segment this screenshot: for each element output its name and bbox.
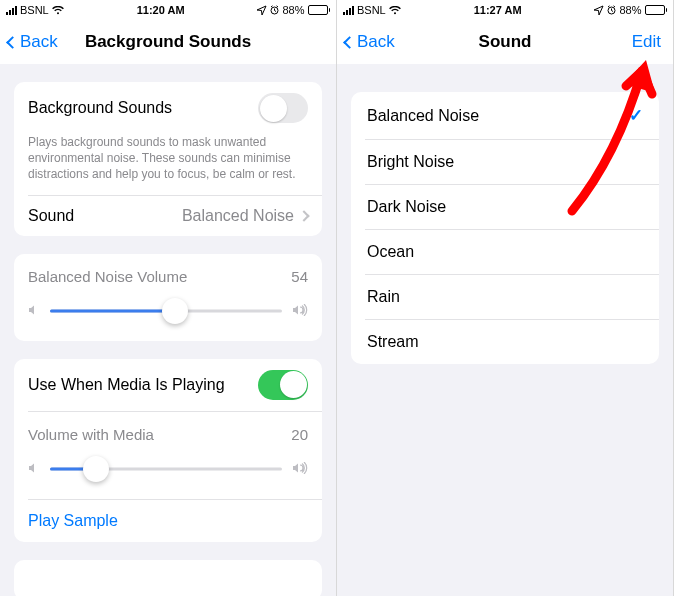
sound-name: Stream — [367, 333, 419, 351]
media-group: Use When Media Is Playing Volume with Me… — [14, 359, 322, 542]
chevron-right-icon — [298, 210, 309, 221]
speaker-high-icon — [292, 461, 308, 477]
sound-option-ocean[interactable]: Ocean — [351, 230, 659, 274]
sound-value: Balanced Noise — [182, 207, 294, 225]
volume-slider[interactable] — [50, 297, 282, 325]
sound-name: Rain — [367, 288, 400, 306]
clock: 11:27 AM — [401, 4, 595, 16]
chevron-left-icon — [343, 36, 356, 49]
media-volume-label: Volume with Media — [28, 426, 154, 443]
battery-pct: 88% — [619, 4, 641, 16]
media-volume-slider[interactable] — [50, 455, 282, 483]
bg-sounds-description: Plays background sounds to mask unwanted… — [14, 134, 322, 195]
volume-fill — [50, 309, 175, 312]
battery-icon — [645, 5, 668, 15]
left-screen: BSNL 11:20 AM 88% Back Background Sounds… — [0, 0, 337, 596]
location-icon — [257, 5, 267, 15]
speaker-high-icon — [292, 303, 308, 319]
background-sounds-group: Background Sounds Plays background sound… — [14, 82, 322, 236]
signal-icon — [6, 6, 17, 15]
next-group — [14, 560, 322, 596]
volume-thumb — [162, 298, 188, 324]
sound-name: Ocean — [367, 243, 414, 261]
nav-bar: Back Background Sounds — [0, 20, 336, 64]
alarm-icon — [607, 5, 616, 15]
media-toggle[interactable] — [258, 370, 308, 400]
wifi-icon — [52, 6, 64, 15]
sound-name: Dark Noise — [367, 198, 446, 216]
bg-sounds-toggle[interactable] — [258, 93, 308, 123]
nav-bar: Back Sound Edit — [337, 20, 673, 64]
play-sample-button[interactable]: Play Sample — [14, 500, 322, 542]
sound-option-bright-noise[interactable]: Bright Noise — [351, 140, 659, 184]
back-label: Back — [20, 32, 58, 52]
status-bar: BSNL 11:20 AM 88% — [0, 0, 336, 20]
sound-option-stream[interactable]: Stream — [351, 320, 659, 364]
checkmark-icon: ✓ — [629, 105, 643, 126]
speaker-low-icon — [28, 303, 40, 319]
bg-sounds-toggle-row: Background Sounds — [14, 82, 322, 134]
sound-option-balanced-noise[interactable]: Balanced Noise ✓ — [351, 92, 659, 139]
battery-pct: 88% — [282, 4, 304, 16]
bg-sounds-label: Background Sounds — [28, 99, 172, 117]
signal-icon — [343, 6, 354, 15]
back-button[interactable]: Back — [8, 32, 58, 52]
carrier-label: BSNL — [357, 4, 386, 16]
sound-option-rain[interactable]: Rain — [351, 275, 659, 319]
battery-icon — [308, 5, 331, 15]
back-label: Back — [357, 32, 395, 52]
volume-group: Balanced Noise Volume 54 — [14, 254, 322, 341]
media-toggle-row: Use When Media Is Playing — [14, 359, 322, 411]
back-button[interactable]: Back — [345, 32, 395, 52]
location-icon — [594, 5, 604, 15]
edit-button[interactable]: Edit — [632, 32, 661, 52]
volume-value: 54 — [291, 268, 308, 285]
carrier-label: BSNL — [20, 4, 49, 16]
alarm-icon — [270, 5, 279, 15]
media-toggle-label: Use When Media Is Playing — [28, 376, 225, 394]
chevron-left-icon — [6, 36, 19, 49]
clock: 11:20 AM — [64, 4, 258, 16]
right-screen: BSNL 11:27 AM 88% Back Sound Edit Balanc… — [337, 0, 674, 596]
wifi-icon — [389, 6, 401, 15]
volume-label: Balanced Noise Volume — [28, 268, 187, 285]
sound-selector-row[interactable]: Sound Balanced Noise — [14, 196, 322, 236]
media-volume-thumb — [83, 456, 109, 482]
content-area: Background Sounds Plays background sound… — [0, 64, 336, 596]
content-area: Balanced Noise ✓ Bright Noise Dark Noise… — [337, 64, 673, 596]
sound-list: Balanced Noise ✓ Bright Noise Dark Noise… — [351, 92, 659, 364]
sound-name: Bright Noise — [367, 153, 454, 171]
status-bar: BSNL 11:27 AM 88% — [337, 0, 673, 20]
sound-option-dark-noise[interactable]: Dark Noise — [351, 185, 659, 229]
sound-label: Sound — [28, 207, 74, 225]
sound-name: Balanced Noise — [367, 107, 479, 125]
media-volume-value: 20 — [291, 426, 308, 443]
speaker-low-icon — [28, 461, 40, 477]
